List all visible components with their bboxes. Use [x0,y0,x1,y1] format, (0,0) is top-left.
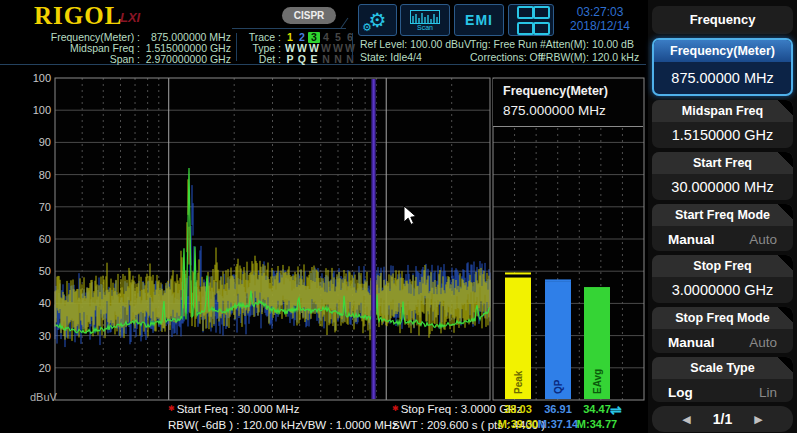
gear-small-icon: ⚙ [362,21,372,34]
start-freq-readout: ✱Start Freq : 30.000 MHz [168,403,299,415]
bar-label-eavg: EAvg [592,369,603,394]
trigger-block: Trig: Free Run Corrections: Off [470,38,543,64]
clock-time: 03:27:03 [556,5,644,19]
svg-text:70: 70 [39,201,51,213]
svg-text:20: 20 [39,362,51,374]
option-lin[interactable]: Lin [759,385,777,400]
meter-readout-value: 875.000000 MHz [503,103,643,118]
vbw-readout: VBW : 1.0000 MHz [300,419,398,431]
option-manual[interactable]: Manual [668,232,715,247]
page-prev-icon[interactable]: ◀ [682,413,690,426]
svg-text:100: 100 [33,104,51,116]
svg-text:90: 90 [39,136,51,148]
trace-block: Trace : 123456 Type : WWWWWW Det : PQENN… [243,32,356,66]
softkey-start-freq-mode[interactable]: Start Freq Mode Manual Auto [652,204,793,251]
window-layout-button[interactable] [508,4,554,36]
menu-title: Frequency [652,6,793,34]
span-value: 2.970000000 GHz [143,54,231,65]
scan-button[interactable]: Scan [400,4,450,36]
svg-text:100: 100 [33,72,51,84]
ref-level-block: Ref Level: 100.00 dBuV State: Idle4/4 [360,38,471,64]
page-next-icon[interactable]: ▶ [754,413,762,426]
option-auto[interactable]: Auto [749,232,777,247]
peak-max-value: M:39.30 [496,418,540,430]
det-label: Det : [243,54,281,65]
header-divider [232,28,346,29]
bar-label-peak: Peak [513,370,524,394]
rbw-readout: RBW( -6dB ) : 120.00 kHz [168,419,301,431]
state: State: Idle4/4 [360,51,471,64]
softkey-stop-freq[interactable]: Stop Freq 3.0000000 GHz [652,255,793,303]
svg-text:50: 50 [39,265,51,277]
rbw-m: #RBW(M): 120.0 kHz [540,51,639,64]
option-manual[interactable]: Manual [668,335,715,350]
peak-value: 38.03 [496,403,540,415]
status-left-block: Frequency(Meter) : 875.000000 MHz Midspa… [30,32,231,66]
eavg-max-value: M:34.77 [575,418,619,430]
meter-readout-box: Frequency(Meter) 875.000000 MHz [493,79,643,127]
svg-text:30: 30 [39,330,51,342]
clock-date: 2018/12/14 [556,19,644,33]
brand-logo: RIGOL [34,2,122,30]
red-mark-icon: ✱ [168,404,175,413]
red-mark-icon: ✱ [392,404,399,413]
softkey-midspan-freq[interactable]: Midspan Freq 1.5150000 GHz [652,100,793,148]
qp-value: 36.91 [536,403,580,415]
status-divider-1 [236,33,237,61]
lxi-badge: LXI [120,10,140,25]
page-navigator[interactable]: ◀ 1/1 ▶ [652,406,793,432]
scan-icon [410,10,440,24]
y-axis-unit: dBuV [30,391,57,403]
svg-text:40: 40 [39,297,51,309]
trig: Trig: Free Run [470,38,543,51]
softkey-scale-type[interactable]: Scale Type Log Lin [652,357,793,402]
atten: #Atten(M): 10.00 dB [540,38,639,51]
softkey-frequency-meter[interactable]: Frequency(Meter) 875.00000 MHz [652,38,793,96]
refresh-icon[interactable]: ⇌ [610,402,622,418]
corrections: Corrections: Off [470,51,543,64]
system-settings-button[interactable]: ⚙ ⚙ [358,4,397,36]
span-label: Span : [30,54,140,65]
softkey-menu: Frequency Frequency(Meter) 875.00000 MHz… [648,0,797,433]
softkey-start-freq[interactable]: Start Freq 30.000000 MHz [652,152,793,200]
emi-mode-button[interactable]: EMI [454,4,504,36]
qp-max-value: M:37.14 [536,418,580,430]
cispr-badge: CISPR [282,7,336,24]
scan-button-label: Scan [417,24,433,31]
svg-text:80: 80 [39,169,51,181]
option-log[interactable]: Log [668,385,693,400]
option-auto[interactable]: Auto [749,335,777,350]
svg-text:60: 60 [39,233,51,245]
atten-block: #Atten(M): 10.00 dB #RBW(M): 120.0 kHz [540,38,639,64]
bar-label-qp: QP [553,379,564,394]
clock: 03:27:03 2018/12/14 [556,5,644,33]
meter-readout-label: Frequency(Meter) [503,84,643,98]
page-indicator: 1/1 [713,411,732,427]
softkey-stop-freq-mode[interactable]: Stop Freq Mode Manual Auto [652,307,793,353]
ref-level: Ref Level: 100.00 dBuV [360,38,471,51]
instrument-screen: 2030405060708090100100PeakQPEAvg RIGOL L… [0,0,797,433]
status-divider-2 [352,33,353,61]
layout-grid-icon [517,6,546,35]
